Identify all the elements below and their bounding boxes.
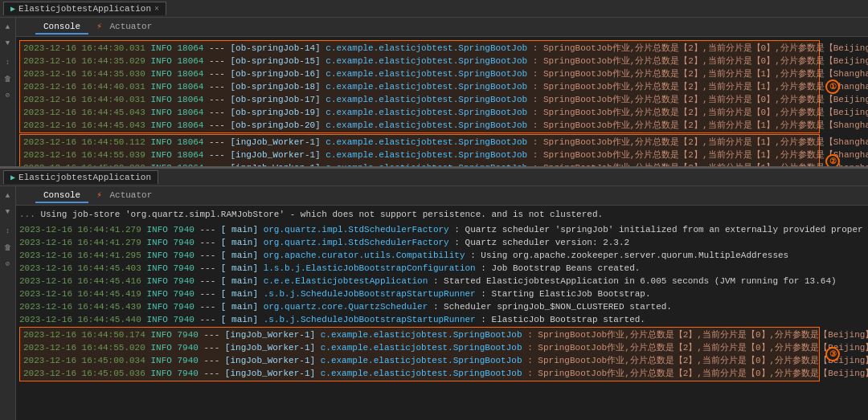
filter-btn[interactable]: ⊘ xyxy=(2,88,14,101)
top-actuator-tab[interactable]: ⚡ Actuator xyxy=(88,19,160,35)
top-highlighted-block-2: ② 2023-12-16 16:44:50.112 INFO 18064 ---… xyxy=(19,134,820,166)
log-line: 2023-12-16 16:44:45.416 INFO 7940 --- [ … xyxy=(19,275,844,287)
bottom-logs-scroll[interactable]: ... Using job-store 'org.quartz.simpl.RA… xyxy=(16,206,868,420)
log-line: 2023-12-16 16:44:41.295 INFO 7940 --- [ … xyxy=(19,249,844,262)
bottom-console-tab[interactable]: Console xyxy=(35,189,88,203)
b-clear-btn[interactable]: 🗑 xyxy=(2,241,14,254)
top-panel: ▶ ElasticjobtestApplication × ▲ ▼ ↕ 🗑 ⊘ … xyxy=(0,0,868,169)
b-wrap-btn[interactable]: ↕ xyxy=(2,225,14,238)
b-scroll-down-btn[interactable]: ▼ xyxy=(2,206,14,218)
bottom-tab-bar: ▶ ElasticjobtestApplication xyxy=(0,169,868,186)
b-scroll-up-btn[interactable]: ▲ xyxy=(2,190,14,202)
bottom-panel: ▶ ElasticjobtestApplication ▲ ▼ ↕ 🗑 ⊘ Co… xyxy=(0,169,868,420)
scroll-up-btn[interactable]: ▲ xyxy=(2,21,14,34)
log-line: 2023-12-16 16:44:50.174 INFO 7940 --- [i… xyxy=(23,328,816,341)
bottom-app-title: ElasticjobtestApplication xyxy=(18,173,151,182)
top-tab-close[interactable]: × xyxy=(154,5,159,14)
log-line: 2023-12-16 16:44:50.112 INFO 18064 --- [… xyxy=(23,136,816,149)
log-line: 2023-12-16 16:44:45.440 INFO 7940 --- [ … xyxy=(19,313,844,326)
log-line: 2023-12-16 16:44:45.439 INFO 7940 --- [ … xyxy=(19,300,844,313)
top-logs-scroll[interactable]: ① 2023-12-16 16:44:30.031 INFO 18064 ---… xyxy=(16,37,868,166)
log-line: 2023-12-16 16:44:41.279 INFO 7940 --- [ … xyxy=(19,223,844,236)
b-actuator-icon: ⚡ xyxy=(96,190,102,200)
bottom-highlighted-block-3: ③ 2023-12-16 16:44:50.174 INFO 7940 --- … xyxy=(19,327,820,381)
log-line: 2023-12-16 16:44:55.020 INFO 7940 --- [i… xyxy=(23,341,816,354)
clear-btn[interactable]: 🗑 xyxy=(2,72,14,85)
intro-line: ... Using job-store 'org.quartz.simpl.RA… xyxy=(19,208,844,221)
log-line: 2023-12-16 16:44:30.031 INFO 18064 --- [… xyxy=(23,42,816,55)
log-line: 2023-12-16 16:45:00.034 INFO 7940 --- [i… xyxy=(23,354,816,367)
bottom-side-toolbar: ▲ ▼ ↕ 🗑 ⊘ xyxy=(0,186,16,420)
top-highlighted-block-2-wrapper: ② 2023-12-16 16:44:50.112 INFO 18064 ---… xyxy=(19,134,821,166)
log-line: 2023-12-16 16:44:45.043 INFO 18064 --- [… xyxy=(23,106,816,119)
log-line: 2023-12-16 16:44:45.403 INFO 7940 --- [ … xyxy=(19,262,844,275)
log-line: 2023-12-16 16:44:40.031 INFO 18064 --- [… xyxy=(23,93,816,106)
bottom-console-tabs: Console ⚡ Actuator xyxy=(16,186,868,206)
top-console-tab[interactable]: Console xyxy=(35,20,88,35)
log-line: 2023-12-16 16:44:40.031 INFO 18064 --- [… xyxy=(23,80,816,93)
log-line: 2023-12-16 16:45:00.030 INFO 18064 --- [… xyxy=(23,161,816,166)
log-line: 2023-12-16 16:44:45.043 INFO 18064 --- [… xyxy=(23,119,816,132)
badge-2: ② xyxy=(825,154,840,166)
top-tab-bar: ▶ ElasticjobtestApplication × xyxy=(0,0,868,18)
app-window: ▶ ElasticjobtestApplication × ▲ ▼ ↕ 🗑 ⊘ … xyxy=(0,0,868,420)
scroll-down-btn[interactable]: ▼ xyxy=(2,37,14,50)
log-line: 2023-12-16 16:45:05.036 INFO 7940 --- [i… xyxy=(23,367,816,380)
top-app-tab[interactable]: ▶ ElasticjobtestApplication × xyxy=(3,2,166,15)
wrap-btn[interactable]: ↕ xyxy=(2,56,14,69)
bottom-app-tab[interactable]: ▶ ElasticjobtestApplication xyxy=(3,170,158,184)
log-line: 2023-12-16 16:44:45.419 INFO 7940 --- [ … xyxy=(19,287,844,300)
top-highlighted-block-1: ① 2023-12-16 16:44:30.031 INFO 18064 ---… xyxy=(19,40,820,133)
log-line: 2023-12-16 16:44:35.030 INFO 18064 --- [… xyxy=(23,67,816,80)
actuator-icon: ⚡ xyxy=(96,22,102,31)
log-line: 2023-12-16 16:44:35.029 INFO 18064 --- [… xyxy=(23,55,816,67)
top-side-toolbar: ▲ ▼ ↕ 🗑 ⊘ xyxy=(0,18,16,166)
badge-3: ③ xyxy=(825,347,840,361)
top-console-tabs: Console ⚡ Actuator xyxy=(16,18,868,37)
bottom-highlighted-block-3-wrapper: ③ 2023-12-16 16:44:50.174 INFO 7940 --- … xyxy=(19,327,821,381)
log-line: 2023-12-16 16:44:41.279 INFO 7940 --- [ … xyxy=(19,236,844,249)
log-line: 2023-12-16 16:44:55.039 INFO 18064 --- [… xyxy=(23,149,816,161)
top-normal-block: ① 2023-12-16 16:44:30.031 INFO 18064 ---… xyxy=(19,40,821,133)
b-filter-btn[interactable]: ⊘ xyxy=(2,257,14,270)
badge-1: ① xyxy=(825,80,840,94)
top-app-title: ElasticjobtestApplication xyxy=(18,4,151,14)
bottom-actuator-tab[interactable]: ⚡ Actuator xyxy=(88,188,160,203)
